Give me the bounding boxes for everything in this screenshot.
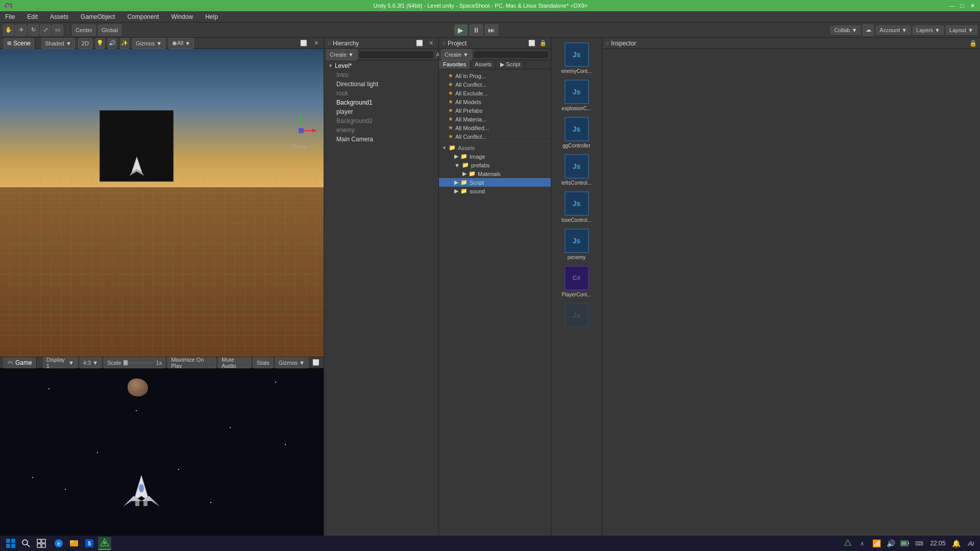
pivot-center-button[interactable]: Center	[72, 24, 96, 36]
layout-button[interactable]: Layout ▼	[946, 26, 977, 35]
tray-keyboard[interactable]: ⌨	[914, 538, 925, 549]
2d-button[interactable]: 2D	[78, 38, 92, 49]
hierarchy-maximize[interactable]: ⬜	[415, 39, 424, 48]
hierarchy-close[interactable]: ✕	[426, 39, 435, 48]
taskbar-notification[interactable]: 🔔	[950, 538, 962, 549]
asset-enemy-controller[interactable]: Js enemyCont...	[555, 40, 599, 76]
collab-button[interactable]: Collab ▼	[830, 26, 861, 35]
project-tab-assets[interactable]: Assets	[471, 60, 496, 69]
hierarchy-item-intro[interactable]: Intro	[324, 70, 438, 80]
taskbar-explorer-button[interactable]	[67, 537, 81, 550]
ratio-dropdown[interactable]: 4:3 ▼	[80, 357, 102, 368]
asset-extra[interactable]: Js	[555, 300, 599, 331]
fav-all-modified[interactable]: ★ All Modified...	[439, 123, 551, 132]
menu-file[interactable]: File	[2, 12, 18, 21]
project-tab-favorites[interactable]: Favorites	[439, 60, 471, 69]
shading-dropdown[interactable]: Shaded ▼	[41, 38, 75, 49]
scene-view[interactable]: Persp	[0, 49, 324, 357]
fav-all-models[interactable]: ★ All Models	[439, 97, 551, 106]
assets-script-folder[interactable]: ▶ 📁 Script	[439, 178, 551, 187]
asset-penemy[interactable]: Js penemy	[555, 226, 599, 262]
fav-all-in-prog[interactable]: ★ All In Prog...	[439, 71, 551, 80]
audio-button[interactable]: 🔊	[108, 38, 117, 49]
taskview-button[interactable]	[35, 537, 48, 550]
mute-audio-button[interactable]: Mute Audio	[218, 357, 251, 368]
project-create-dropdown[interactable]: Create ▼	[441, 49, 472, 60]
assets-sound-folder[interactable]: ▶ 📁 sound	[439, 187, 551, 195]
tray-expand[interactable]: ∧	[856, 538, 868, 549]
start-button[interactable]	[4, 537, 17, 550]
asset-explosion-controller[interactable]: Js explosionC...	[555, 77, 599, 113]
hierarchy-item-player[interactable]: player	[324, 107, 438, 116]
hierarchy-item-background2[interactable]: Background2	[324, 116, 438, 126]
menu-assets[interactable]: Assets	[47, 12, 71, 21]
tray-network[interactable]: 📶	[871, 538, 882, 549]
taskbar-ie-button[interactable]: e	[52, 537, 65, 550]
search-button[interactable]	[19, 537, 33, 550]
translate-tool-button[interactable]: ✛	[15, 24, 27, 36]
pivot-global-button[interactable]: Global	[98, 24, 121, 36]
scale-tool-button[interactable]: ⤢	[40, 24, 51, 36]
scale-slider[interactable]	[124, 362, 154, 364]
ai-label[interactable]: Ai	[966, 540, 976, 547]
stats-button[interactable]: Stats	[253, 357, 273, 368]
project-maximize[interactable]: ⬜	[527, 39, 536, 48]
layers-button[interactable]: Layers ▼	[913, 26, 944, 35]
hand-tool-button[interactable]: ✋	[3, 24, 14, 36]
fav-all-conflict2[interactable]: ★ All Conflict...	[439, 132, 551, 141]
assets-materials-folder[interactable]: ▶ 📁 Materials	[439, 169, 551, 178]
inspector-lock-button[interactable]: 🔒	[969, 40, 977, 47]
scene-close-button[interactable]: ✕	[311, 39, 321, 48]
asset-lose-controller[interactable]: Js loseControl...	[555, 189, 599, 225]
assets-root[interactable]: ▼ 📁 Assets	[439, 143, 551, 152]
rect-tool-button[interactable]: ▭	[52, 24, 63, 36]
asset-player-controller[interactable]: C# PlayerCont...	[555, 263, 599, 299]
taskbar-store-button[interactable]: S	[83, 537, 96, 550]
scene-maximize-button[interactable]: ⬜	[299, 39, 308, 48]
minimize-button[interactable]: —	[948, 2, 955, 9]
hierarchy-create-dropdown[interactable]: Create ▼	[326, 49, 357, 60]
maximize-on-play-button[interactable]: Maximize On Play	[167, 357, 216, 368]
close-button[interactable]: ✕	[969, 2, 976, 9]
all-dropdown[interactable]: ◉All ▼	[168, 38, 194, 49]
tray-battery[interactable]	[899, 538, 911, 549]
account-button[interactable]: Account ▼	[876, 26, 911, 35]
tray-unity[interactable]	[842, 538, 853, 549]
asset-gg-controller[interactable]: Js ggController	[555, 114, 599, 151]
maximize-button[interactable]: □	[959, 2, 966, 9]
game-tab[interactable]: 🎮 Game	[3, 357, 37, 368]
assets-image-folder[interactable]: ▶ 📁 Image	[439, 152, 551, 161]
menu-help[interactable]: Help	[202, 12, 221, 21]
scene-tab[interactable]: ⊞ Scene	[3, 38, 35, 49]
display-dropdown[interactable]: Display 1 ▼	[43, 357, 78, 368]
project-search-input[interactable]	[473, 51, 549, 59]
hierarchy-item-main-camera[interactable]: Main Camera	[324, 135, 438, 144]
hierarchy-item-background1[interactable]: Background1	[324, 98, 438, 107]
step-button[interactable]: ⏭	[485, 24, 498, 36]
fav-all-materials[interactable]: ★ All Materia...	[439, 115, 551, 123]
gizmos-dropdown[interactable]: Gizmos ▼	[132, 38, 165, 49]
menu-gameobject[interactable]: GameObject	[78, 12, 118, 21]
pause-button[interactable]: ⏸	[470, 24, 483, 36]
assets-prefabs-folder[interactable]: ▼ 📁 prefabs	[439, 161, 551, 169]
fav-all-prefabs[interactable]: ★ All Prefabs	[439, 106, 551, 115]
fx-button[interactable]: ✨	[120, 38, 129, 49]
project-tab-script[interactable]: ▶ Script	[496, 60, 525, 69]
menu-edit[interactable]: Edit	[24, 12, 41, 21]
menu-component[interactable]: Component	[124, 12, 162, 21]
rotate-tool-button[interactable]: ↻	[28, 24, 39, 36]
hierarchy-item-directional-light[interactable]: Directional light	[324, 80, 438, 89]
tray-volume[interactable]: 🔊	[885, 538, 896, 549]
game-gizmos-dropdown[interactable]: Gizmos ▼	[275, 357, 308, 368]
hierarchy-search-input[interactable]	[358, 51, 434, 59]
game-maximize-button[interactable]: ⬜	[311, 358, 321, 367]
menu-window[interactable]: Window	[168, 12, 196, 21]
hierarchy-item-rock[interactable]: rock	[324, 89, 438, 98]
taskbar-unity-button[interactable]	[98, 537, 111, 550]
hierarchy-item-level[interactable]: ▼ Level*	[324, 61, 438, 70]
fav-all-exclude[interactable]: ★ All Exclude...	[439, 89, 551, 97]
hierarchy-item-enemy[interactable]: enemy	[324, 126, 438, 135]
fav-all-conflict1[interactable]: ★ All Conflict...	[439, 80, 551, 89]
lights-button[interactable]: 💡	[95, 38, 105, 49]
project-lock[interactable]: 🔒	[538, 39, 548, 48]
